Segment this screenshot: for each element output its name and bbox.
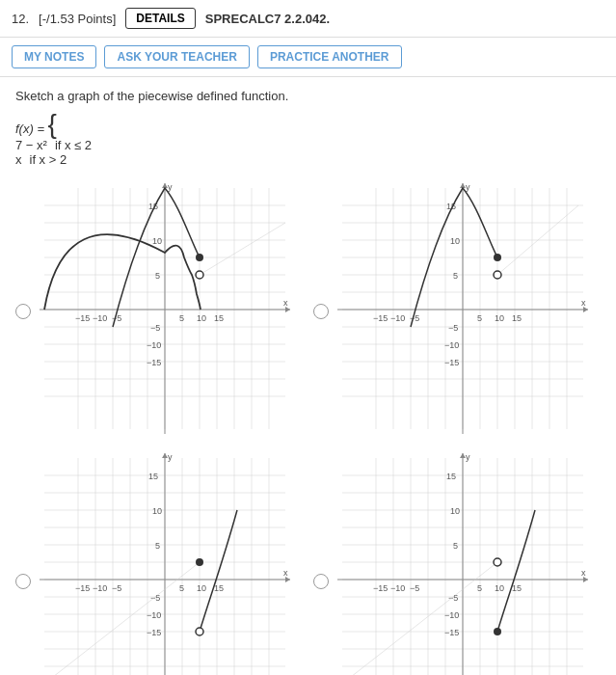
radio-2[interactable] xyxy=(313,304,329,319)
svg-text:15: 15 xyxy=(512,313,522,323)
question-text: Sketch a graph of the piecewise defined … xyxy=(15,89,601,103)
svg-text:10: 10 xyxy=(450,236,460,246)
svg-text:−10: −10 xyxy=(444,610,459,620)
svg-text:x: x xyxy=(581,568,586,578)
course-label: SPRECALC7 2.2.042. xyxy=(205,12,330,26)
svg-text:−15: −15 xyxy=(444,628,459,637)
svg-text:10: 10 xyxy=(197,583,206,593)
case2-expr: x xyxy=(15,152,22,167)
svg-text:15: 15 xyxy=(214,583,224,593)
svg-text:15: 15 xyxy=(148,472,158,481)
svg-text:15: 15 xyxy=(214,313,224,323)
radio-3[interactable] xyxy=(15,574,31,589)
graph-item-1: x y −15 −10 −5 5 10 15 15 10 5 −5 −10 −1… xyxy=(15,178,304,439)
svg-text:y: y xyxy=(466,452,470,462)
svg-text:y: y xyxy=(466,182,470,192)
svg-text:−15: −15 xyxy=(373,313,388,323)
graph-svg-2: x y −15 −10 −5 5 10 15 15 10 5 −5 −10 −1… xyxy=(333,178,593,439)
my-notes-button[interactable]: MY NOTES xyxy=(12,45,96,68)
svg-point-179 xyxy=(494,628,501,635)
graph-svg-4: x y −15 −10 −5 5 10 15 15 10 5 −5 −10 −1… xyxy=(333,448,593,675)
svg-point-134 xyxy=(196,628,203,635)
svg-text:10: 10 xyxy=(495,313,504,323)
svg-text:−15: −15 xyxy=(444,358,459,367)
case2-cond: if x > 2 xyxy=(30,152,67,167)
svg-text:−5: −5 xyxy=(150,593,160,603)
fx-label: f(x) = xyxy=(15,122,44,136)
svg-point-44 xyxy=(196,271,203,279)
details-button[interactable]: DETAILS xyxy=(125,8,195,29)
svg-text:5: 5 xyxy=(179,313,184,323)
graph-svg-1: x y −15 −10 −5 5 10 15 15 10 5 −5 −10 −1… xyxy=(35,178,295,439)
svg-text:−10: −10 xyxy=(147,340,161,350)
content-area: Sketch a graph of the piecewise defined … xyxy=(0,77,616,675)
svg-point-178 xyxy=(494,558,501,566)
svg-text:10: 10 xyxy=(152,236,162,246)
radio-4[interactable] xyxy=(313,574,329,589)
graph-item-3: x y −15 −10 −5 5 10 15 15 10 5 −5 −10 −1… xyxy=(15,448,304,675)
svg-text:15: 15 xyxy=(512,583,522,593)
svg-text:−10: −10 xyxy=(93,583,107,593)
svg-text:x: x xyxy=(283,298,288,308)
case1-cond: if x ≤ 2 xyxy=(55,138,92,152)
svg-text:−10: −10 xyxy=(147,610,161,620)
svg-text:5: 5 xyxy=(453,541,458,551)
svg-text:−15: −15 xyxy=(75,583,90,593)
points-display: [-/1.53 Points] xyxy=(39,12,116,26)
svg-text:y: y xyxy=(168,182,173,192)
svg-point-87 xyxy=(494,254,501,261)
svg-text:5: 5 xyxy=(179,583,184,593)
action-bar: MY NOTES ASK YOUR TEACHER PRACTICE ANOTH… xyxy=(0,38,616,77)
svg-text:−10: −10 xyxy=(444,340,459,350)
svg-text:−10: −10 xyxy=(93,313,107,323)
svg-text:−5: −5 xyxy=(150,323,160,333)
svg-text:−15: −15 xyxy=(75,313,90,323)
svg-text:−15: −15 xyxy=(147,358,161,367)
svg-point-133 xyxy=(196,558,203,566)
case1-expr: 7 − x² xyxy=(15,138,47,152)
graphs-grid: x y −15 −10 −5 5 10 15 15 10 5 −5 −10 −1… xyxy=(15,178,601,675)
svg-text:−5: −5 xyxy=(112,583,121,593)
svg-text:x: x xyxy=(581,298,586,308)
svg-text:−15: −15 xyxy=(373,583,388,593)
svg-text:5: 5 xyxy=(477,583,482,593)
svg-text:5: 5 xyxy=(155,541,160,551)
svg-text:−5: −5 xyxy=(448,323,458,333)
svg-text:10: 10 xyxy=(450,506,460,516)
svg-text:−5: −5 xyxy=(448,593,458,603)
graph-item-2: x y −15 −10 −5 5 10 15 15 10 5 −5 −10 −1… xyxy=(313,178,602,439)
graph-svg-3: x y −15 −10 −5 5 10 15 15 10 5 −5 −10 −1… xyxy=(35,448,295,675)
svg-text:−10: −10 xyxy=(390,583,405,593)
svg-text:5: 5 xyxy=(453,271,458,281)
function-definition: f(x) = { 7 − x² if x ≤ 2 x if x > 2 xyxy=(15,111,601,167)
graph-item-4: x y −15 −10 −5 5 10 15 15 10 5 −5 −10 −1… xyxy=(313,448,602,675)
radio-1[interactable] xyxy=(15,304,31,319)
svg-text:y: y xyxy=(168,452,173,462)
svg-text:5: 5 xyxy=(155,271,160,281)
top-bar: 12. [-/1.53 Points] DETAILS SPRECALC7 2.… xyxy=(0,0,616,38)
svg-text:10: 10 xyxy=(197,313,206,323)
svg-point-89 xyxy=(494,271,501,279)
svg-text:5: 5 xyxy=(477,313,482,323)
practice-another-button[interactable]: PRACTICE ANOTHER xyxy=(257,45,402,68)
svg-text:10: 10 xyxy=(495,583,504,593)
svg-text:15: 15 xyxy=(446,472,456,481)
question-number: 12. xyxy=(12,12,29,26)
svg-text:x: x xyxy=(283,568,288,578)
svg-text:−15: −15 xyxy=(147,628,161,637)
svg-text:−5: −5 xyxy=(410,583,419,593)
svg-text:10: 10 xyxy=(152,506,162,516)
svg-text:−10: −10 xyxy=(390,313,405,323)
ask-teacher-button[interactable]: ASK YOUR TEACHER xyxy=(104,45,249,68)
svg-point-42 xyxy=(196,254,203,261)
svg-line-43 xyxy=(200,223,285,275)
